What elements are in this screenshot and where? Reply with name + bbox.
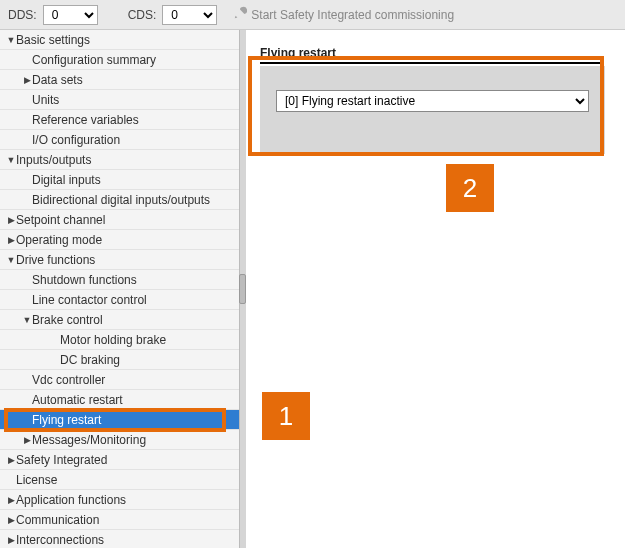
tree-item-messages-monitoring[interactable]: ▶Messages/Monitoring [0,430,239,450]
flying-restart-select[interactable]: [0] Flying restart inactive [276,90,589,112]
tree-item-configuration-summary[interactable]: Configuration summary [0,50,239,70]
caret-down-icon: ▼ [6,255,16,265]
tree-item-label: Data sets [32,73,83,87]
tools-icon [233,6,247,23]
tree-item-label: Drive functions [16,253,95,267]
tree-item-reference-variables[interactable]: Reference variables [0,110,239,130]
tree-item-label: Flying restart [32,413,101,427]
dds-select[interactable]: 0 [43,5,98,25]
tree-item-label: I/O configuration [32,133,120,147]
tree-item-label: Interconnections [16,533,104,547]
tree-item-setpoint-channel[interactable]: ▶Setpoint channel [0,210,239,230]
tree-item-operating-mode[interactable]: ▶Operating mode [0,230,239,250]
caret-right-icon: ▶ [6,535,16,545]
tree-item-safety-integrated[interactable]: ▶Safety Integrated [0,450,239,470]
tree-item-label: Messages/Monitoring [32,433,146,447]
content-panel: Flying restart [0] Flying restart inacti… [246,30,625,548]
start-safety-button[interactable]: Start Safety Integrated commissioning [223,6,454,23]
tree-item-flying-restart[interactable]: Flying restart [0,410,239,430]
tree-item-label: Safety Integrated [16,453,107,467]
tree-item-label: Brake control [32,313,103,327]
start-safety-label: Start Safety Integrated commissioning [251,8,454,22]
cds-select[interactable]: 0 [162,5,217,25]
caret-right-icon: ▶ [6,515,16,525]
tree-item-label: Line contactor control [32,293,147,307]
tree-item-label: Units [32,93,59,107]
panel-title: Flying restart [260,46,600,64]
tree-item-motor-holding-brake[interactable]: Motor holding brake [0,330,239,350]
tree-item-label: Setpoint channel [16,213,105,227]
tree-item-i-o-configuration[interactable]: I/O configuration [0,130,239,150]
tree-item-label: Inputs/outputs [16,153,91,167]
tree-item-shutdown-functions[interactable]: Shutdown functions [0,270,239,290]
tree-item-drive-functions[interactable]: ▼Drive functions [0,250,239,270]
dds-label: DDS: [8,8,37,22]
caret-down-icon: ▼ [22,315,32,325]
caret-right-icon: ▶ [6,235,16,245]
tree-item-line-contactor-control[interactable]: Line contactor control [0,290,239,310]
tree-item-license[interactable]: License [0,470,239,490]
caret-down-icon: ▼ [6,35,16,45]
tree-item-data-sets[interactable]: ▶Data sets [0,70,239,90]
tree-item-label: Communication [16,513,99,527]
tree-item-label: Bidirectional digital inputs/outputs [32,193,210,207]
tree-item-label: Operating mode [16,233,102,247]
tree-item-dc-braking[interactable]: DC braking [0,350,239,370]
tree-item-application-functions[interactable]: ▶Application functions [0,490,239,510]
caret-right-icon: ▶ [22,435,32,445]
tree-item-vdc-controller[interactable]: Vdc controller [0,370,239,390]
tree-item-label: Motor holding brake [60,333,166,347]
tree-item-label: Shutdown functions [32,273,137,287]
tree-item-label: Automatic restart [32,393,123,407]
tree-item-label: Application functions [16,493,126,507]
tree-item-label: Vdc controller [32,373,105,387]
tree-item-label: Basic settings [16,33,90,47]
caret-right-icon: ▶ [6,455,16,465]
tree-item-communication[interactable]: ▶Communication [0,510,239,530]
tree-item-units[interactable]: Units [0,90,239,110]
caret-right-icon: ▶ [6,495,16,505]
tree-item-bidirectional-digital-inputs-outputs[interactable]: Bidirectional digital inputs/outputs [0,190,239,210]
caret-down-icon: ▼ [6,155,16,165]
tree-item-label: DC braking [60,353,120,367]
navigation-tree[interactable]: ▼Basic settingsConfiguration summary▶Dat… [0,30,240,548]
cds-label: CDS: [128,8,157,22]
tree-item-inputs-outputs[interactable]: ▼Inputs/outputs [0,150,239,170]
flying-restart-option-box: [0] Flying restart inactive [260,66,605,154]
tree-item-automatic-restart[interactable]: Automatic restart [0,390,239,410]
tree-item-brake-control[interactable]: ▼Brake control [0,310,239,330]
tree-item-digital-inputs[interactable]: Digital inputs [0,170,239,190]
tree-item-interconnections[interactable]: ▶Interconnections [0,530,239,548]
tree-item-label: License [16,473,57,487]
tree-item-label: Configuration summary [32,53,156,67]
toolbar: DDS: 0 CDS: 0 Start Safety Integrated co… [0,0,625,30]
caret-right-icon: ▶ [22,75,32,85]
tree-item-label: Reference variables [32,113,139,127]
tree-item-label: Digital inputs [32,173,101,187]
splitter-handle-icon [239,274,246,304]
caret-right-icon: ▶ [6,215,16,225]
tree-item-basic-settings[interactable]: ▼Basic settings [0,30,239,50]
